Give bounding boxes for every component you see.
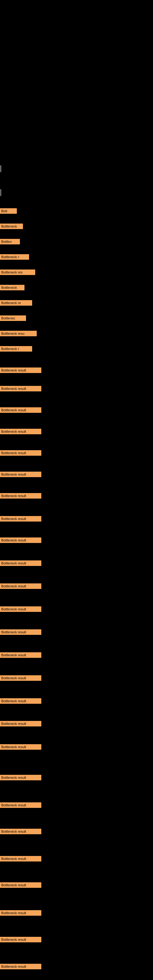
bottleneck-item: Bottleneck result xyxy=(0,472,41,477)
bottleneck-item: Bottleneck result xyxy=(0,407,41,413)
bottleneck-item: Bottleneck result xyxy=(0,386,41,391)
bottleneck-item: Bottleneck result xyxy=(0,493,41,499)
chart-area xyxy=(0,0,153,199)
bottleneck-item: Bottleneck result xyxy=(0,937,41,942)
bottleneck-item: Bottleneck result xyxy=(0,744,41,750)
bottleneck-item: Bottleneck res xyxy=(0,269,35,275)
bar-marker-1 xyxy=(0,165,1,172)
bottleneck-item: Bottleneck result xyxy=(0,910,41,916)
bottleneck-item: Bottleneck result xyxy=(0,584,41,589)
bottleneck-item: Bottleneck result xyxy=(0,429,41,434)
bottleneck-item: Bottleneck result xyxy=(0,802,41,808)
bottleneck-item: Bottlen xyxy=(0,239,20,244)
bottleneck-item: Bottleneck r xyxy=(0,346,32,352)
bottleneck-item: Bottleneck resu xyxy=(0,331,37,336)
bottleneck-item: Bottleneck result xyxy=(0,516,41,522)
bottleneck-item: Bott xyxy=(0,208,17,214)
main-content: TheBottlenecker.com BottBottleneckBottle… xyxy=(0,0,153,980)
bottleneck-item: Bottleneck result xyxy=(0,368,41,373)
bottleneck-item: Bottleneck result xyxy=(0,538,41,543)
bottleneck-item: Bottleneck result xyxy=(0,675,41,681)
bottleneck-item: Bottleneck result xyxy=(0,775,41,780)
bottleneck-item: Bottleneck xyxy=(0,224,23,229)
bottleneck-item: Bottleneck result xyxy=(0,721,41,726)
bottleneck-item: Bottleneck result xyxy=(0,882,41,888)
bottleneck-item: Bottleneck result xyxy=(0,856,41,861)
bottleneck-item: Bottleneck re xyxy=(0,300,32,305)
bottleneck-item: Bottleneck result xyxy=(0,606,41,612)
bottleneck-item: Bottleneck xyxy=(0,285,24,290)
bottleneck-item: Bottleneck result xyxy=(0,450,41,456)
bottleneck-item: Bottleneck result xyxy=(0,829,41,834)
bottleneck-item: Bottleneck result xyxy=(0,652,41,658)
bottleneck-item: Bottleneck r xyxy=(0,254,29,260)
bottleneck-item: Bottleneck result xyxy=(0,698,41,704)
bottleneck-item: Bottlenec xyxy=(0,315,26,321)
bottleneck-item: Bottleneck result xyxy=(0,629,41,635)
bottleneck-item: Bottleneck result xyxy=(0,560,41,566)
bar-marker-2 xyxy=(0,189,1,196)
bottleneck-item: Bottleneck result xyxy=(0,964,41,969)
